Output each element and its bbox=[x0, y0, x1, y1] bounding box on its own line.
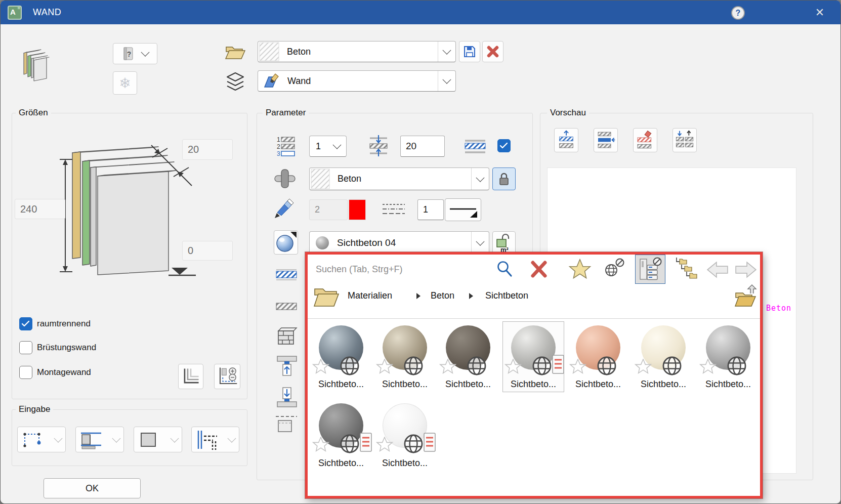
star-badge-icon[interactable] bbox=[635, 359, 652, 375]
help-icon[interactable]: ? bbox=[731, 6, 745, 20]
globe-badge-icon bbox=[530, 354, 554, 378]
breadcrumb-root[interactable]: Materialien bbox=[348, 290, 392, 301]
pen-thickness-input[interactable] bbox=[309, 199, 348, 220]
delete-layer-button[interactable] bbox=[633, 128, 657, 152]
material-item[interactable]: Sichtbeto... bbox=[374, 321, 436, 392]
wand-dialog: A✳ WAND ? ✕ ? ❄ Beton bbox=[0, 0, 841, 504]
svg-text:?: ? bbox=[127, 50, 132, 58]
close-icon[interactable]: ✕ bbox=[811, 5, 828, 21]
titlebar: A✳ WAND bbox=[1, 1, 840, 24]
open-catalog-folder-icon[interactable] bbox=[225, 44, 245, 60]
height-input[interactable] bbox=[15, 199, 65, 219]
star-badge-icon[interactable] bbox=[569, 359, 586, 375]
axis-settings-button[interactable] bbox=[214, 364, 240, 389]
star-badge-icon[interactable] bbox=[699, 359, 717, 375]
bottom-connection-icon[interactable] bbox=[276, 386, 298, 408]
element-fill-dropdown[interactable] bbox=[134, 427, 182, 452]
chevron-down-icon[interactable] bbox=[471, 232, 489, 254]
linestyle-dropdown[interactable] bbox=[445, 198, 481, 221]
swap-layers-button[interactable] bbox=[672, 128, 697, 152]
wall-section-icon bbox=[80, 430, 102, 450]
freeze-button[interactable]: ❄ bbox=[113, 71, 137, 95]
favorites-filter-icon[interactable] bbox=[568, 259, 592, 281]
section-hatch-icon[interactable] bbox=[275, 300, 298, 313]
line-style-preview-icon bbox=[447, 200, 479, 220]
material-lock-button[interactable] bbox=[492, 167, 516, 190]
reference-lines-dropdown[interactable] bbox=[191, 427, 239, 452]
material-item[interactable]: Sichtbeto... bbox=[567, 321, 629, 392]
material-item-selected[interactable]: Sichtbeto... bbox=[502, 321, 564, 392]
wand-tool-icon bbox=[263, 73, 281, 89]
linetype-input[interactable] bbox=[417, 199, 444, 220]
m2-unlock-icon: m² bbox=[495, 233, 513, 253]
layer-number-combo[interactable]: 1 bbox=[309, 136, 347, 157]
star-badge-icon[interactable] bbox=[312, 437, 329, 453]
surface-preview-button[interactable] bbox=[274, 230, 298, 255]
local-content-toggle[interactable] bbox=[635, 255, 665, 284]
globe-badge-icon bbox=[338, 432, 362, 456]
globe-badge-icon bbox=[595, 354, 619, 378]
add-layer-above-button[interactable] bbox=[554, 128, 578, 152]
star-badge-icon[interactable] bbox=[312, 359, 329, 375]
montagewand-checkbox[interactable] bbox=[19, 366, 32, 379]
breadcrumb-level1[interactable]: Beton bbox=[431, 290, 454, 301]
app-icon: A✳ bbox=[8, 6, 22, 20]
pen-color-swatch[interactable] bbox=[349, 199, 366, 220]
list-badge-icon bbox=[424, 433, 436, 452]
base-offset-input[interactable] bbox=[182, 241, 233, 261]
bruestungswand-checkbox[interactable] bbox=[19, 341, 32, 354]
insert-layer-button[interactable] bbox=[594, 128, 618, 152]
corner-connection-button[interactable] bbox=[178, 364, 203, 389]
thickness-input[interactable] bbox=[400, 136, 445, 157]
raumtrennend-checkbox[interactable] bbox=[19, 317, 32, 330]
forward-arrow-icon[interactable] bbox=[734, 261, 758, 279]
montagewand-label: Montagewand bbox=[37, 367, 91, 377]
hierarchy-view-icon[interactable] bbox=[674, 257, 699, 282]
folder-up-icon[interactable] bbox=[734, 284, 759, 308]
wall-extension-dropdown[interactable] bbox=[75, 427, 124, 452]
layers-stack-icon[interactable] bbox=[225, 71, 245, 93]
lock-icon bbox=[497, 172, 511, 187]
search-input[interactable] bbox=[315, 261, 477, 278]
star-badge-icon[interactable] bbox=[376, 437, 393, 453]
delete-button[interactable] bbox=[482, 41, 503, 62]
layer-thickness-input[interactable] bbox=[182, 139, 233, 160]
layer-select-combo[interactable]: Wand bbox=[258, 70, 456, 92]
chevron-down-icon bbox=[333, 141, 342, 149]
brick-pattern-icon[interactable] bbox=[276, 326, 298, 346]
star-badge-icon[interactable] bbox=[504, 359, 522, 375]
hatch-catalog-combo[interactable]: Beton bbox=[258, 41, 456, 62]
material-item[interactable]: Sichtbeto... bbox=[633, 321, 694, 392]
layer-active-checkbox[interactable] bbox=[497, 139, 511, 152]
ok-button[interactable]: OK bbox=[44, 478, 141, 498]
layer-number-icon: 1 2 3 bbox=[274, 135, 296, 157]
save-icon bbox=[463, 45, 476, 58]
material-item[interactable]: Sichtbeto... bbox=[310, 400, 372, 471]
chevron-down-icon[interactable] bbox=[471, 168, 489, 190]
clear-search-icon[interactable] bbox=[529, 260, 549, 279]
surface-material-combo[interactable]: Sichtbeton 04 bbox=[309, 231, 489, 255]
back-arrow-icon[interactable] bbox=[706, 261, 729, 279]
save-button[interactable] bbox=[459, 41, 480, 62]
chevron-down-icon[interactable] bbox=[438, 71, 455, 91]
star-badge-icon[interactable] bbox=[439, 359, 456, 375]
material-label: Sichtbeto... bbox=[437, 379, 499, 390]
material-item[interactable]: Sichtbeto... bbox=[310, 321, 372, 392]
online-filter-icon[interactable] bbox=[601, 258, 625, 281]
star-badge-icon[interactable] bbox=[376, 359, 393, 375]
input-mode-dropdown[interactable] bbox=[17, 427, 66, 452]
top-connection-icon[interactable] bbox=[276, 355, 298, 377]
surface-hatch-icon[interactable] bbox=[275, 268, 298, 281]
material-item[interactable]: Sichtbeto... bbox=[374, 400, 436, 471]
favorite-wall-dropdown[interactable]: ? bbox=[113, 43, 157, 64]
area-lock-button[interactable]: m² bbox=[492, 231, 516, 255]
material-item[interactable]: Sichtbeto... bbox=[697, 321, 759, 392]
material-combo[interactable]: Beton bbox=[309, 167, 489, 190]
layer-value: Wand bbox=[287, 76, 311, 87]
window-title: WAND bbox=[33, 7, 61, 18]
breadcrumb-level2[interactable]: Sichtbeton bbox=[485, 290, 528, 301]
material-item[interactable]: Sichtbeto... bbox=[437, 321, 499, 392]
free-top-edge-icon[interactable] bbox=[275, 414, 298, 433]
chevron-down-icon[interactable] bbox=[438, 41, 455, 62]
search-icon[interactable] bbox=[495, 260, 514, 279]
